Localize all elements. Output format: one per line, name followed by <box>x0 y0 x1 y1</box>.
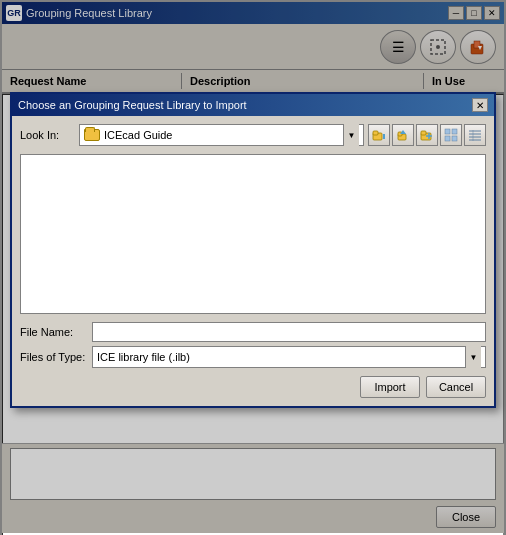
files-of-type-row: Files of Type: ICE library file (.ilb) ▼ <box>20 346 486 368</box>
import-button[interactable]: Import <box>360 376 420 398</box>
list-view-nav-btn[interactable] <box>440 124 462 146</box>
go-up-nav-btn[interactable] <box>392 124 414 146</box>
svg-rect-6 <box>373 131 378 135</box>
back-icon <box>372 128 386 142</box>
look-in-row: Look In: ICEcad Guide ▼ <box>20 124 486 146</box>
go-back-nav-btn[interactable] <box>368 124 390 146</box>
new-folder-nav-btn[interactable] <box>416 124 438 146</box>
file-browser[interactable] <box>20 154 486 314</box>
look-in-label: Look In: <box>20 129 75 141</box>
look-in-dropdown-arrow[interactable]: ▼ <box>343 124 359 146</box>
files-of-type-value: ICE library file (.ilb) <box>97 351 465 363</box>
detail-view-nav-btn[interactable] <box>464 124 486 146</box>
file-name-label: File Name: <box>20 326 88 338</box>
svg-rect-15 <box>445 129 450 134</box>
files-of-type-combo[interactable]: ICE library file (.ilb) ▼ <box>92 346 486 368</box>
svg-rect-7 <box>383 134 385 139</box>
look-in-value: ICEcad Guide <box>104 129 339 141</box>
svg-rect-12 <box>421 131 426 135</box>
dialog-close-button[interactable]: ✕ <box>472 98 488 112</box>
dialog-action-buttons: Import Cancel <box>20 376 486 398</box>
files-of-type-label: Files of Type: <box>20 351 88 363</box>
svg-rect-16 <box>452 129 457 134</box>
svg-rect-18 <box>452 136 457 141</box>
nav-buttons <box>368 124 486 146</box>
new-folder-icon <box>420 128 434 142</box>
files-of-type-dropdown-arrow[interactable]: ▼ <box>465 346 481 368</box>
svg-rect-17 <box>445 136 450 141</box>
dialog-body: Look In: ICEcad Guide ▼ <box>12 116 494 406</box>
dialog-title-bar: Choose an Grouping Request Library to Im… <box>12 94 494 116</box>
folder-icon <box>84 129 100 141</box>
list-view-icon <box>444 128 458 142</box>
file-name-row: File Name: <box>20 322 486 342</box>
main-window: GR Grouping Request Library ─ □ ✕ ☰ <box>0 0 506 535</box>
detail-view-icon <box>468 128 482 142</box>
file-name-input[interactable] <box>92 322 486 342</box>
dialog-title-text: Choose an Grouping Request Library to Im… <box>18 99 472 111</box>
up-icon <box>396 128 410 142</box>
look-in-combo[interactable]: ICEcad Guide ▼ <box>79 124 364 146</box>
cancel-button[interactable]: Cancel <box>426 376 486 398</box>
import-dialog: Choose an Grouping Request Library to Im… <box>10 92 496 408</box>
